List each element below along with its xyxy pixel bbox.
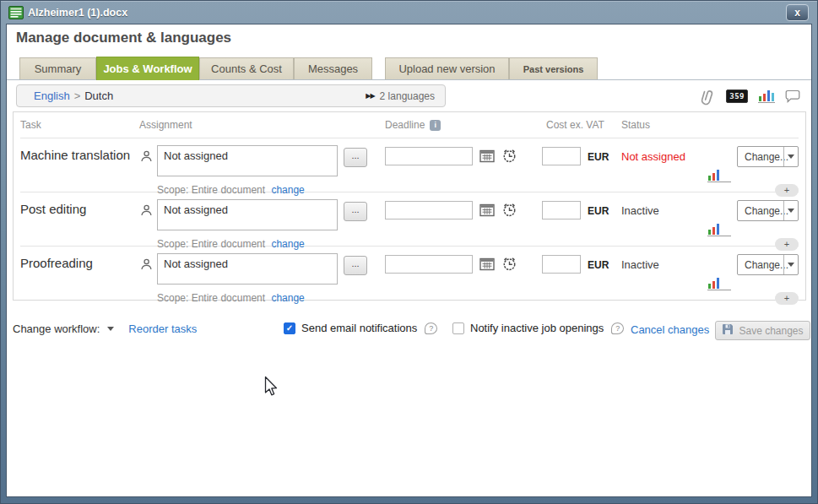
assignment-box[interactable]: Not assigned	[157, 253, 338, 285]
deadline-input[interactable]	[385, 201, 473, 219]
send-email-label: Send email notifications	[301, 322, 417, 334]
help-icon[interactable]: ?	[425, 322, 437, 334]
language-separator: >	[74, 89, 81, 102]
notify-inactive-label: Notify inactive job openings	[470, 322, 604, 334]
change-workflow-dropdown[interactable]: Change workflow:	[13, 322, 114, 335]
scope-change-link[interactable]: change	[271, 184, 304, 196]
person-icon	[139, 149, 157, 182]
scope-change-link[interactable]: change	[271, 238, 304, 250]
header-task: Task	[20, 119, 135, 131]
alarm-clock-icon[interactable]	[501, 147, 525, 182]
tab-strip: Summary Jobs & Workflow Counts & Cost Me…	[7, 57, 811, 80]
job-stats-icon[interactable]	[707, 150, 731, 182]
person-icon	[139, 203, 157, 236]
manage-document-dialog: Alzheimer1 (1).docx x Manage document & …	[0, 0, 818, 504]
change-status-select[interactable]: Change...	[737, 146, 799, 167]
table-row-proofreading: Proofreading Not assigned ...	[20, 246, 799, 300]
page-title: Manage document & languages	[16, 30, 231, 46]
source-language-link[interactable]: English	[34, 89, 70, 102]
currency-label: EUR	[588, 259, 621, 290]
save-floppy-icon	[722, 323, 734, 338]
cost-input[interactable]	[542, 201, 581, 219]
tab-jobs-workflow[interactable]: Jobs & Workflow	[96, 57, 199, 80]
language-toolbar: 359	[699, 85, 800, 107]
save-changes-button[interactable]: Save changes	[715, 321, 810, 340]
assignment-box[interactable]: Not assigned	[157, 199, 338, 230]
add-task-button[interactable]: +	[775, 184, 799, 197]
statistics-chart-icon[interactable]	[758, 90, 775, 103]
close-icon: x	[794, 7, 800, 19]
tab-counts-cost[interactable]: Counts & Cost	[199, 57, 294, 79]
scope-change-link[interactable]: change	[271, 292, 304, 304]
status-label: Not assigned	[621, 150, 706, 182]
job-stats-icon[interactable]	[707, 204, 731, 236]
table-header-row: Task Assignment Deadline i Cost ex. VAT …	[20, 112, 799, 138]
calendar-icon[interactable]	[479, 149, 498, 182]
cost-input[interactable]	[542, 147, 581, 165]
scope-line: Scope: Entire document change	[157, 292, 525, 306]
table-row-post-editing: Post editing Not assigned ...	[20, 192, 799, 246]
deadline-info-icon[interactable]: i	[430, 120, 441, 131]
header-assignment: Assignment	[139, 119, 338, 131]
cancel-changes-link[interactable]: Cancel changes	[631, 323, 709, 336]
assignment-more-button[interactable]: ...	[344, 202, 367, 221]
chevron-down-icon	[107, 327, 114, 331]
header-deadline: Deadline i	[385, 119, 478, 131]
assignment-box[interactable]: Not assigned	[157, 145, 338, 176]
change-status-select[interactable]: Change...	[737, 200, 799, 221]
calendar-icon[interactable]	[479, 203, 498, 236]
table-row-machine-translation: Machine translation Not assigned ...	[20, 138, 799, 192]
chevron-down-icon	[783, 147, 798, 166]
header-cost: Cost ex. VAT	[546, 119, 621, 131]
jobs-table: Task Assignment Deadline i Cost ex. VAT …	[13, 111, 806, 301]
tab-past-versions[interactable]: Past versions	[509, 57, 598, 79]
help-icon[interactable]: ?	[611, 322, 624, 334]
reorder-tasks-link[interactable]: Reorder tasks	[128, 322, 197, 335]
word-count-icon[interactable]: 359	[726, 89, 748, 103]
tab-summary[interactable]: Summary	[19, 57, 96, 79]
deadline-input[interactable]	[385, 255, 473, 274]
header-status: Status	[621, 119, 706, 131]
dialog-content: Manage document & languages Summary Jobs…	[7, 24, 811, 496]
assignment-more-button[interactable]: ...	[344, 256, 367, 275]
notify-inactive-checkbox[interactable]	[452, 322, 464, 334]
add-task-button[interactable]: +	[775, 292, 799, 305]
task-name: Machine translation	[20, 148, 135, 182]
currency-label: EUR	[588, 205, 621, 236]
status-label: Inactive	[621, 204, 706, 236]
send-email-checkbox[interactable]: ✓	[284, 322, 295, 334]
deadline-input[interactable]	[385, 147, 473, 165]
tab-upload-new-version[interactable]: Upload new version	[385, 57, 509, 79]
chevron-down-icon	[783, 201, 798, 220]
cost-input[interactable]	[542, 255, 581, 274]
close-button[interactable]: x	[786, 4, 809, 21]
calendar-icon[interactable]	[479, 257, 498, 290]
change-status-select[interactable]: Change...	[737, 254, 799, 275]
window-titlebar: Alzheimer1 (1).docx x	[1, 1, 817, 24]
language-pair-bar[interactable]: English > Dutch ▶▶ 2 languages	[16, 84, 446, 107]
currency-label: EUR	[588, 151, 621, 182]
tab-messages[interactable]: Messages	[294, 57, 372, 79]
alarm-clock-icon[interactable]	[501, 255, 525, 290]
footer-bar: Change workflow: Reorder tasks ✓ Send em…	[7, 320, 811, 345]
notify-inactive-option: Notify inactive job openings ?	[452, 322, 624, 334]
document-icon	[8, 6, 24, 23]
alarm-clock-icon[interactable]	[501, 201, 525, 236]
status-label: Inactive	[621, 258, 706, 290]
add-task-button[interactable]: +	[775, 238, 799, 251]
chevron-down-icon	[783, 255, 798, 274]
check-icon: ✓	[286, 323, 293, 333]
job-stats-icon[interactable]	[707, 258, 731, 290]
task-name: Proofreading	[20, 256, 135, 290]
send-email-option: ✓ Send email notifications ?	[284, 322, 437, 334]
fast-forward-icon: ▶▶	[366, 92, 374, 100]
languages-count-button[interactable]: ▶▶ 2 languages	[366, 90, 435, 102]
assignment-more-button[interactable]: ...	[344, 148, 367, 167]
task-name: Post editing	[20, 202, 135, 236]
scope-line: Scope: Entire document change	[157, 238, 525, 252]
window-title: Alzheimer1 (1).docx	[28, 7, 127, 19]
comment-bubble-icon[interactable]	[785, 89, 800, 103]
person-icon	[139, 257, 157, 290]
attachment-paperclip-icon[interactable]	[696, 84, 719, 107]
scope-line: Scope: Entire document change	[157, 184, 525, 198]
